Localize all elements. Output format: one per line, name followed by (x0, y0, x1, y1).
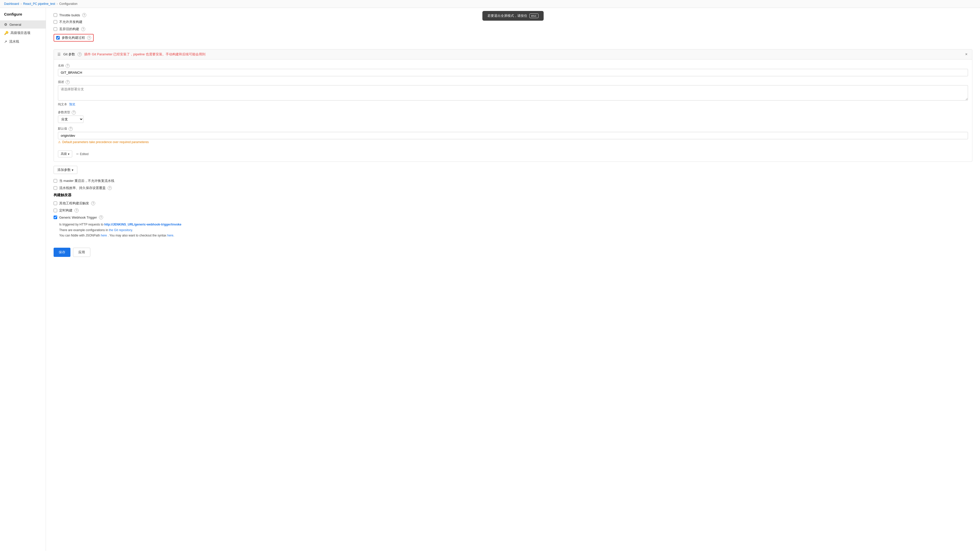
param-type-label-text: 参数类型 (58, 110, 70, 114)
webhook-line3-prefix: You can fiddle with JSONPath (59, 233, 100, 237)
edited-label: ✏ Edited (76, 152, 89, 156)
default-value-field-group: 默认值 ? ⚠ Default parameters take preceden… (58, 127, 968, 144)
plain-text-row: 纯文本 预览 (58, 102, 968, 106)
git-param-help[interactable]: ? (78, 52, 82, 56)
default-value-help-icon[interactable]: ? (68, 127, 73, 131)
name-help-icon[interactable]: ? (65, 64, 70, 68)
breadcrumb-dashboard[interactable]: Dashboard (4, 2, 19, 6)
parameterized-build-row: 参数化构建过程 ? (54, 34, 94, 41)
plain-text-label: 纯文本 (58, 102, 67, 106)
warning-row: ⚠ Default parameters take precedence ove… (58, 140, 968, 144)
build-triggers-title: 构建触发器 (54, 193, 972, 197)
save-button[interactable]: 保存 (54, 248, 70, 257)
chevron-down-icon: ▾ (68, 152, 69, 156)
breadcrumb-pipeline[interactable]: React_PC pipeline_test (23, 2, 55, 6)
webhook-line2-prefix: There are example configurations in (59, 228, 108, 232)
sidebar-item-general[interactable]: ⚙ General (0, 21, 46, 29)
pipeline-speed-row: 流水线效率、持久保存设置覆盖 ? (54, 186, 972, 190)
sidebar-title: Configure (0, 12, 46, 21)
fullscreen-text: 若要退出全屏模式，请按住 (487, 14, 527, 18)
name-input[interactable] (58, 69, 968, 76)
git-param-title: Git 参数 (63, 52, 75, 57)
param-type-field-group: 参数类型 ? 分支 (58, 110, 968, 123)
default-value-label-text: 默认值 (58, 127, 67, 131)
default-value-input[interactable] (58, 132, 968, 139)
pipeline-icon: ↗ (4, 40, 7, 44)
name-field-group: 名称 ? (58, 64, 968, 76)
jsonpath-link2[interactable]: here (167, 233, 173, 237)
webhook-line3: You can fiddle with JSONPath here . You … (59, 233, 972, 238)
git-param-box: ☰ Git 参数 ? 插件 Git Parameter 已经安装了，pipeli… (54, 49, 972, 162)
webhook-line1: Is triggered by HTTP requests to http://… (59, 222, 972, 227)
webhook-url-link[interactable]: http://JENKINS_URL/generic-webhook-trigg… (104, 223, 181, 226)
discard-old-builds-row: 丢弃旧的构建 ? (54, 27, 972, 32)
description-field-label: 描述 ? (58, 80, 968, 84)
jsonpath-link1[interactable]: here (101, 233, 107, 237)
throttle-builds-label: Throttle builds (59, 13, 80, 17)
no-concurrent-builds-checkbox[interactable] (54, 20, 57, 24)
discard-old-builds-label: 丢弃旧的构建 (59, 27, 79, 32)
pipeline-speed-checkbox[interactable] (54, 186, 57, 190)
trigger1-help[interactable]: ? (91, 201, 95, 205)
chevron-down-icon-add: ▾ (72, 168, 73, 172)
pipeline-speed-label: 流水线效率、持久保存设置覆盖 (59, 186, 106, 190)
trigger2-row: 定时构建 ? (54, 208, 972, 213)
add-param-button[interactable]: 添加参数 ▾ (54, 166, 77, 174)
trigger1-label: 其他工程构建后触发 (59, 201, 89, 206)
name-label-text: 名称 (58, 64, 64, 68)
preview-link[interactable]: 预览 (69, 102, 75, 106)
param-type-help-icon[interactable]: ? (72, 110, 76, 114)
git-repo-link[interactable]: the Git repository (109, 228, 132, 232)
webhook-line3-mid: . You may also want to checkout the synt… (108, 233, 166, 237)
description-label-text: 描述 (58, 80, 64, 84)
pipeline-speed-help[interactable]: ? (108, 186, 112, 190)
sidebar-item-pipeline[interactable]: ↗ 流水线 (0, 37, 46, 46)
apply-button[interactable]: 应用 (73, 248, 90, 257)
trigger3-checkbox[interactable] (54, 216, 57, 219)
breadcrumb: Dashboard › React_PC pipeline_test › Con… (0, 0, 980, 8)
git-param-close-button[interactable]: × (964, 52, 969, 57)
main-content: 若要退出全屏模式，请按住 esc Throttle builds ? 不允许并发… (46, 8, 980, 551)
no-concurrent-builds-label: 不允许并发构建 (59, 20, 83, 24)
breadcrumb-sep-1: › (21, 2, 22, 6)
discard-old-builds-help[interactable]: ? (81, 27, 85, 31)
description-field-group: 描述 ? 纯文本 预览 (58, 80, 968, 106)
no-restore-pipeline-row: 当 master 重启后，不允许恢复流水线 (54, 179, 972, 183)
esc-key: esc (529, 14, 538, 18)
advanced-button[interactable]: 高级 ▾ (58, 151, 72, 157)
no-restore-pipeline-checkbox[interactable] (54, 179, 57, 183)
edit-icon: ✏ (76, 152, 79, 156)
param-type-select[interactable]: 分支 (58, 116, 83, 123)
menu-icon: ☰ (57, 52, 61, 56)
webhook-line2: There are example configurations in the … (59, 227, 972, 233)
description-textarea[interactable] (58, 85, 968, 100)
parameterized-build-help[interactable]: ? (87, 36, 91, 40)
warning-text: Default parameters take precedence over … (62, 140, 149, 144)
add-param-row: 添加参数 ▾ (54, 166, 972, 174)
add-param-label: 添加参数 (57, 168, 71, 172)
webhook-body: Is triggered by HTTP requests to http://… (59, 222, 972, 238)
parameterized-build-label: 参数化构建过程 (62, 35, 85, 40)
sidebar-item-pipeline-label: 流水线 (9, 39, 19, 44)
git-param-alert: 插件 Git Parameter 已经安装了，pipeline 也需要安装。手动… (84, 52, 961, 57)
name-field-label: 名称 ? (58, 64, 968, 68)
advanced-row: 高级 ▾ ✏ Edited (58, 148, 968, 157)
trigger1-checkbox[interactable] (54, 202, 57, 205)
no-restore-pipeline-label: 当 master 重启后，不允许恢复流水线 (59, 179, 115, 183)
trigger1-row: 其他工程构建后触发 ? (54, 201, 972, 206)
main-layout: Configure ⚙ General 🔑 高级项目选项 ↗ 流水线 若要退出全… (0, 8, 980, 551)
throttle-builds-checkbox[interactable] (54, 13, 57, 17)
throttle-builds-help[interactable]: ? (82, 13, 86, 17)
git-param-header: ☰ Git 参数 ? 插件 Git Parameter 已经安装了，pipeli… (54, 49, 972, 59)
discard-old-builds-checkbox[interactable] (54, 27, 57, 31)
fullscreen-banner: 若要退出全屏模式，请按住 esc (482, 11, 544, 21)
warning-icon: ⚠ (58, 140, 61, 144)
description-help-icon[interactable]: ? (65, 80, 70, 84)
bottom-bar: 保存 应用 (54, 245, 972, 257)
trigger3-help[interactable]: ? (99, 215, 103, 219)
parameterized-build-checkbox[interactable] (56, 36, 60, 40)
sidebar-item-advanced[interactable]: 🔑 高级项目选项 (0, 29, 46, 37)
trigger2-checkbox[interactable] (54, 209, 57, 212)
trigger2-help[interactable]: ? (75, 208, 79, 213)
key-icon: 🔑 (4, 31, 8, 35)
